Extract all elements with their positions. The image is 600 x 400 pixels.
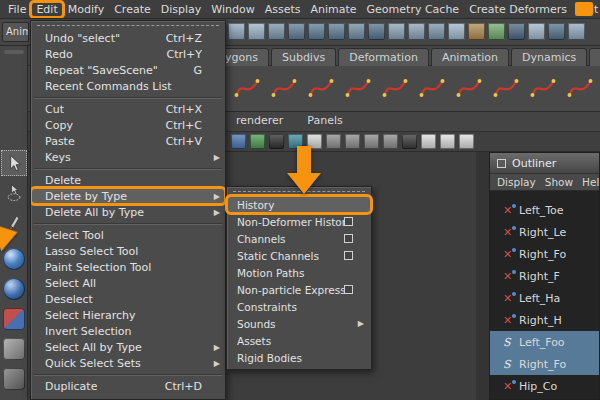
lighting-icon[interactable] xyxy=(269,134,284,149)
pencil-curve-tool-icon[interactable] xyxy=(305,72,337,104)
outliner-row[interactable]: ✕ Hip_Co xyxy=(490,375,599,397)
render-settings-icon[interactable] xyxy=(508,23,525,40)
menu-item[interactable]: Duplicate Ctrl+D xyxy=(31,378,225,394)
submenu-item[interactable]: Motion Paths xyxy=(227,264,371,281)
menu-item[interactable]: Select Tool xyxy=(31,227,225,243)
submenu-item[interactable]: Channels xyxy=(227,230,371,247)
menu-set-selector[interactable]: Anim xyxy=(2,22,29,42)
hypershade-icon[interactable] xyxy=(548,23,565,40)
cube-wire-icon[interactable] xyxy=(459,134,474,149)
menu-item[interactable]: Quick Select Sets xyxy=(31,355,225,371)
cv-curve-tool-icon[interactable] xyxy=(231,72,263,104)
shaded-mode-icon[interactable] xyxy=(250,134,265,149)
outliner-titlebar[interactable]: Outliner xyxy=(490,153,599,173)
menu-item[interactable]: Delete All by Type xyxy=(31,204,225,220)
outliner-menu-item[interactable]: Display xyxy=(497,176,536,188)
option-box-icon[interactable] xyxy=(344,234,353,243)
paint-effects-icon[interactable] xyxy=(528,23,545,40)
menubar-item[interactable]: Create Deformers xyxy=(464,2,572,17)
film-gate-icon[interactable] xyxy=(402,134,417,149)
outliner-row[interactable]: S Left_Foo xyxy=(490,331,599,353)
menu-item[interactable]: Cut Ctrl+X xyxy=(31,101,225,117)
toolbox-icon[interactable] xyxy=(568,23,585,40)
menubar-item[interactable]: Geometry Cache xyxy=(362,2,465,17)
wireframe-mode-icon[interactable] xyxy=(231,134,246,149)
submenu-item[interactable]: Non-Deformer History xyxy=(227,213,371,230)
menu-item[interactable]: Copy Ctrl+C xyxy=(31,117,225,133)
layout-single-perspective-button[interactable] xyxy=(3,248,25,270)
ipr-render-icon[interactable] xyxy=(488,23,505,40)
isolate-select-icon[interactable] xyxy=(326,134,341,149)
render-frame-icon[interactable] xyxy=(468,23,485,40)
menu-item[interactable]: Select All xyxy=(31,275,225,291)
toolbox-handle[interactable] xyxy=(4,50,24,54)
layout-persp-graph-button[interactable] xyxy=(3,338,25,360)
select-object-icon[interactable] xyxy=(248,23,265,40)
grid-toggle-icon[interactable] xyxy=(383,134,398,149)
submenu-item[interactable]: History xyxy=(227,196,371,213)
viewport-menu-item[interactable]: Panels xyxy=(307,114,342,127)
outliner-row[interactable]: ✕ Right_F xyxy=(490,265,599,287)
menu-item[interactable]: Deselect xyxy=(31,291,225,307)
outliner-menu-item[interactable]: Show xyxy=(545,176,573,188)
submenu-item[interactable]: Non-particle Expressions xyxy=(227,281,371,298)
make-live-icon[interactable] xyxy=(368,23,385,40)
menubar-item[interactable]: Window xyxy=(206,2,259,17)
construction-history-icon[interactable] xyxy=(428,23,445,40)
shelf-tab[interactable]: Subdivs xyxy=(271,48,336,67)
outliner-row[interactable]: ✕ Right_Fo xyxy=(490,243,599,265)
offset-curve-icon[interactable] xyxy=(416,72,448,104)
camera-icon[interactable] xyxy=(364,134,379,149)
outliner-row[interactable]: ✕ Left_Ha xyxy=(490,287,599,309)
menu-item[interactable]: Recent Commands List xyxy=(31,78,225,94)
shelf-tab[interactable]: Animation xyxy=(431,48,509,67)
menu-item[interactable]: Paint Selection Tool xyxy=(31,259,225,275)
menubar-item[interactable]: File xyxy=(3,2,31,17)
menubar-item[interactable]: Animate xyxy=(305,2,361,17)
menubar-item[interactable]: Assets xyxy=(260,2,306,17)
menubar-item[interactable]: Create xyxy=(109,2,156,17)
output-connections-icon[interactable] xyxy=(408,23,425,40)
outliner-menu-item[interactable]: Hel xyxy=(582,176,599,188)
menu-item[interactable]: Invert Selection xyxy=(31,323,225,339)
menu-item[interactable] xyxy=(31,94,225,101)
insert-knot-icon[interactable] xyxy=(453,72,485,104)
outliner-row[interactable]: ✕ Right_H xyxy=(490,309,599,331)
cube-shaded-icon[interactable] xyxy=(440,134,455,149)
pane-splitter[interactable] xyxy=(476,152,489,400)
menu-item[interactable]: Repeat "SaveScene" G xyxy=(31,62,225,78)
snap-point-icon[interactable] xyxy=(328,23,345,40)
attach-curves-icon[interactable] xyxy=(527,72,559,104)
menu-item[interactable]: Redo Ctrl+Y xyxy=(31,46,225,62)
menu-item[interactable]: Undo "select" Ctrl+Z xyxy=(31,30,225,46)
shelf-tab[interactable]: Dynamics xyxy=(511,48,587,67)
ep-curve-tool-icon[interactable] xyxy=(268,72,300,104)
submenu-item[interactable]: Static Channels xyxy=(227,247,371,264)
menu-item[interactable]: Keys xyxy=(31,149,225,165)
submenu-item[interactable]: Sounds xyxy=(227,315,371,332)
menu-item[interactable]: Lasso Select Tool xyxy=(31,243,225,259)
option-box-icon[interactable] xyxy=(344,217,353,226)
submenu-item[interactable]: Assets xyxy=(227,332,371,349)
curve-editing-icon[interactable] xyxy=(379,72,411,104)
option-box-icon[interactable] xyxy=(344,251,353,260)
lasso-tool-button[interactable] xyxy=(1,180,27,206)
menu-item[interactable]: Delete xyxy=(31,172,225,188)
menubar-item[interactable]: Display xyxy=(156,2,207,17)
layout-persp-outliner-button[interactable] xyxy=(3,308,25,330)
layout-hypershade-button[interactable] xyxy=(3,368,25,390)
menu-item[interactable] xyxy=(31,220,225,227)
snap-curve-icon[interactable] xyxy=(308,23,325,40)
menu-item[interactable]: Select All by Type xyxy=(31,339,225,355)
add-points-tool-icon[interactable] xyxy=(342,72,374,104)
viewport-menu-item[interactable]: renderer xyxy=(236,114,283,127)
menu-item[interactable] xyxy=(31,165,225,172)
select-hierarchy-icon[interactable] xyxy=(228,23,245,40)
outliner-row[interactable]: ✕ Left_Toe xyxy=(490,199,599,221)
outliner-row[interactable]: S Right_Fo xyxy=(490,353,599,375)
shelf-tab[interactable]: Deformation xyxy=(338,48,429,67)
extend-curve-icon[interactable] xyxy=(490,72,522,104)
layout-four-view-button[interactable] xyxy=(3,278,25,300)
submenu-item[interactable]: Rigid Bodies xyxy=(227,349,371,366)
menu-item[interactable]: Select Hierarchy xyxy=(31,307,225,323)
